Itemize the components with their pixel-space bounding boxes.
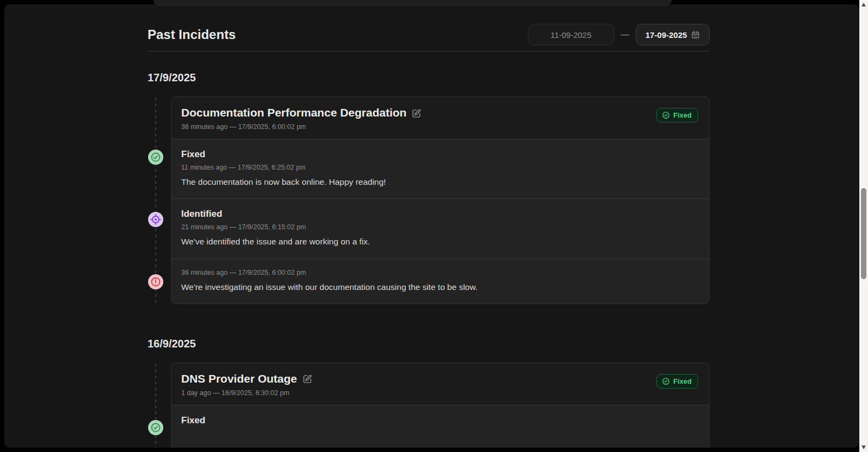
incident-updates: Fixed [171,405,709,448]
day-date-heading: 17/9/2025 [148,72,710,84]
day-group-17-9-2025: 17/9/2025 Documentation Perf [148,72,710,304]
header-divider [148,51,710,51]
status-page: Past Incidents 11-09-2025 — 17-09-2025 1… [4,4,859,448]
page-title: Past Incidents [148,27,236,42]
circle-check-icon [662,377,670,385]
update-timestamp: 36 minutes ago — 17/9/2025, 6:00:02 pm [181,269,699,276]
update-entry: Fixed 11 minutes ago — 17/9/2025, 6:25:0… [171,139,709,198]
edit-incident-icon[interactable] [412,109,421,118]
timeline-dashed-line [155,98,156,303]
circle-check-icon [662,111,670,119]
status-badge-label: Fixed [673,111,692,119]
incident-title: Documentation Performance Degradation [181,106,406,119]
incident-title: DNS Provider Outage [181,372,297,385]
incident-card-header: DNS Provider Outage 1 day ago — 16/9/202… [171,363,709,405]
past-incidents-header: Past Incidents 11-09-2025 — 17-09-2025 [148,24,710,46]
scrollbar-up-arrow-icon[interactable] [861,3,866,7]
update-message: We're investigating an issue with our do… [181,281,495,293]
previous-card-partial [154,0,672,5]
update-timestamp: 11 minutes ago — 17/9/2025, 6:25:02 pm [181,164,699,171]
update-status: Fixed [181,149,699,160]
calendar-icon[interactable] [691,30,700,39]
update-timestamp: 21 minutes ago — 17/9/2025, 6:15:02 pm [181,223,699,231]
update-entry: Fixed [171,405,709,448]
status-investigating-icon [148,274,163,289]
incident-timeline [148,363,171,448]
update-message: The documentation is now back online. Ha… [181,176,495,188]
day-group-16-9-2025: 16/9/2025 DNS Provider Outage [148,338,710,448]
update-entry: Identified 21 minutes ago — 17/9/2025, 6… [171,198,709,258]
incident-card: DNS Provider Outage 1 day ago — 16/9/202… [171,363,710,448]
update-entry: 36 minutes ago — 17/9/2025, 6:00:02 pm W… [171,259,709,304]
end-date-value: 17-09-2025 [646,30,687,40]
status-fixed-icon [148,150,163,165]
incident-row: DNS Provider Outage 1 day ago — 16/9/202… [148,363,710,448]
end-date-input[interactable]: 17-09-2025 [636,24,710,46]
incident-timestamp: 1 day ago — 16/9/2025, 6:30:02 pm [181,389,312,397]
incident-card: Documentation Performance Degradation 36… [171,96,710,304]
incident-timestamp: 36 minutes ago — 17/9/2025, 6:00:02 pm [181,123,421,131]
day-date-heading: 16/9/2025 [148,338,710,350]
status-badge: Fixed [656,374,698,389]
incident-updates: Fixed 11 minutes ago — 17/9/2025, 6:25:0… [171,139,709,304]
scrollbar-down-arrow-icon[interactable] [861,445,866,449]
update-message: We've identified the issue and are worki… [181,235,495,248]
incident-row: Documentation Performance Degradation 36… [148,96,710,304]
start-date-value: 11-09-2025 [551,30,592,40]
status-badge-label: Fixed [673,377,692,385]
edit-incident-icon[interactable] [303,374,312,384]
status-identified-icon [148,212,163,227]
date-range-picker: 11-09-2025 — 17-09-2025 [528,24,710,46]
start-date-input[interactable]: 11-09-2025 [528,24,614,46]
scrollbar[interactable] [859,0,868,452]
incident-card-header: Documentation Performance Degradation 36… [171,97,709,139]
status-badge: Fixed [656,108,698,122]
status-fixed-icon [148,420,163,435]
date-range-separator: — [621,30,629,40]
update-status: Identified [181,209,699,219]
scrollbar-thumb[interactable] [861,188,866,279]
incident-timeline [148,96,171,304]
update-status: Fixed [181,415,699,426]
